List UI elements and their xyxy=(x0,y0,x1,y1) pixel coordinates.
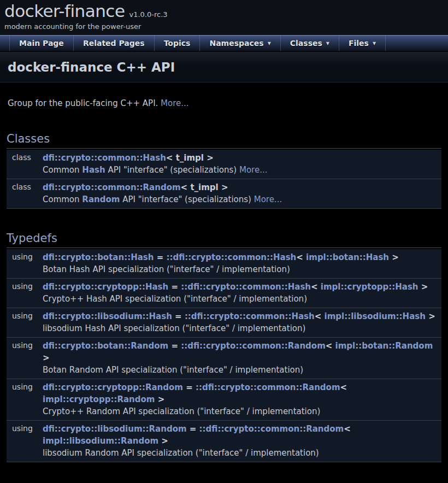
table-row: class dfi::crypto::common::Hash< t_impl … xyxy=(7,150,441,179)
table-row: using dfi::crypto::botan::Hash = ::dfi::… xyxy=(7,249,441,279)
typedef-impl-link[interactable]: impl::botan::Hash xyxy=(306,252,389,262)
table-row: using dfi::crypto::libsodium::Hash = ::d… xyxy=(7,308,441,338)
member-kind: using xyxy=(7,310,43,334)
more-link[interactable]: More... xyxy=(161,98,189,108)
member-name: dfi::crypto::libsodium::Hash = ::dfi::cr… xyxy=(43,310,441,322)
typedef-impl-link[interactable]: impl::libsodium::Hash xyxy=(325,311,426,321)
member-kind: using xyxy=(7,281,43,305)
member-kind: using xyxy=(7,340,43,376)
member-description: Common Random API "interface" (specializ… xyxy=(43,193,441,205)
typedef-target-link[interactable]: ::dfi::crypto::common::Hash xyxy=(185,311,315,321)
class-desc-link[interactable]: Random xyxy=(82,195,120,204)
more-link[interactable]: More... xyxy=(254,195,282,204)
page-header: docker-financev1.0.0-rc.3 modern account… xyxy=(0,0,448,52)
table-row: using dfi::crypto::botan::Random = ::dfi… xyxy=(7,338,441,379)
class-link[interactable]: dfi::crypto::common::Random xyxy=(43,182,181,192)
group-summary: Group for the public-facing C++ API. Mor… xyxy=(8,97,440,109)
typedef-link[interactable]: dfi::crypto::cryptopp::Random xyxy=(43,382,183,392)
typedef-target-link[interactable]: ::dfi::crypto::common::Random xyxy=(196,382,340,392)
nav-tab-files[interactable]: Files▼ xyxy=(339,35,386,51)
classes-heading: Classes xyxy=(7,132,441,149)
typedef-impl-link[interactable]: impl::libsodium::Random xyxy=(43,436,158,446)
typedef-link[interactable]: dfi::crypto::botan::Random xyxy=(43,341,168,351)
nav-tab-classes[interactable]: Classes▼ xyxy=(281,35,339,51)
member-kind: using xyxy=(7,423,43,459)
classes-table: class dfi::crypto::common::Hash< t_impl … xyxy=(7,150,441,209)
typedef-target-link[interactable]: ::dfi::crypto::common::Hash xyxy=(181,282,311,292)
member-description: libsodium Random API specialization ("in… xyxy=(43,447,441,459)
table-row: using dfi::crypto::libsodium::Random = :… xyxy=(7,421,441,462)
member-name: dfi::crypto::libsodium::Random = ::dfi::… xyxy=(43,423,441,447)
member-name: dfi::crypto::common::Hash< t_impl > xyxy=(43,152,441,164)
typedef-impl-link[interactable]: impl::cryptopp::Random xyxy=(43,394,155,404)
project-brief: modern accounting for the power-user xyxy=(4,22,448,31)
member-kind: using xyxy=(7,251,43,275)
more-link[interactable]: More... xyxy=(239,165,268,175)
title-area: docker-financev1.0.0-rc.3 modern account… xyxy=(0,0,448,34)
typedef-impl-link[interactable]: impl::botan::Random xyxy=(335,341,433,351)
member-description: Crypto++ Random API specialization ("int… xyxy=(43,405,441,417)
typedefs-heading: Typedefs xyxy=(7,232,441,248)
typedef-impl-link[interactable]: impl::cryptopp::Hash xyxy=(321,282,418,292)
typedef-link[interactable]: dfi::crypto::cryptopp::Hash xyxy=(43,282,168,292)
class-desc-link[interactable]: Hash xyxy=(82,165,105,175)
member-kind: class xyxy=(7,152,43,176)
member-name: dfi::crypto::common::Random< t_impl > xyxy=(43,181,441,193)
table-row: using dfi::crypto::cryptopp::Hash = ::df… xyxy=(7,279,441,308)
chevron-down-icon: ▼ xyxy=(268,41,271,46)
typedef-target-link[interactable]: ::dfi::crypto::common::Random xyxy=(199,424,344,434)
member-name: dfi::crypto::botan::Random = ::dfi::cryp… xyxy=(43,340,441,364)
typedef-target-link[interactable]: ::dfi::crypto::common::Random xyxy=(181,341,326,351)
typedef-link[interactable]: dfi::crypto::botan::Hash xyxy=(43,252,154,262)
project-version: v1.0.0-rc.3 xyxy=(129,10,168,19)
page-title: docker-finance C++ API xyxy=(8,60,175,74)
typedefs-table: using dfi::crypto::botan::Hash = ::dfi::… xyxy=(7,249,441,462)
main-nav: Main Page Related Pages Topics Namespace… xyxy=(0,34,448,52)
member-name: dfi::crypto::botan::Hash = ::dfi::crypto… xyxy=(43,251,441,263)
typedef-link[interactable]: dfi::crypto::libsodium::Random xyxy=(43,424,187,434)
page-contents: Group for the public-facing C++ API. Mor… xyxy=(0,97,448,483)
nav-tab-main-page[interactable]: Main Page xyxy=(9,35,74,51)
member-kind: class xyxy=(7,181,43,205)
class-link[interactable]: dfi::crypto::common::Hash xyxy=(43,153,166,163)
member-description: libsodium Hash API specialization ("inte… xyxy=(43,322,441,334)
project-name: docker-finance xyxy=(4,1,125,21)
summary-text: Group for the public-facing C++ API. xyxy=(8,98,158,108)
member-description: Common Hash API "interface" (specializat… xyxy=(43,164,441,176)
chevron-down-icon: ▼ xyxy=(326,41,329,46)
nav-tab-namespaces[interactable]: Namespaces▼ xyxy=(200,35,280,51)
member-description: Botan Random API specialization ("interf… xyxy=(43,364,441,376)
nav-tab-related-pages[interactable]: Related Pages xyxy=(74,35,155,51)
chevron-down-icon: ▼ xyxy=(373,41,376,46)
typedef-target-link[interactable]: ::dfi::crypto::common::Hash xyxy=(166,252,296,262)
table-row: using dfi::crypto::cryptopp::Random = ::… xyxy=(7,379,441,421)
member-description: Botan Hash API specialization ("interfac… xyxy=(43,263,441,275)
member-name: dfi::crypto::cryptopp::Hash = ::dfi::cry… xyxy=(43,281,441,293)
member-name: dfi::crypto::cryptopp::Random = ::dfi::c… xyxy=(43,381,441,405)
nav-tab-topics[interactable]: Topics xyxy=(155,35,201,51)
table-row: class dfi::crypto::common::Random< t_imp… xyxy=(7,179,441,209)
member-kind: using xyxy=(7,381,43,417)
page-title-bar: docker-finance C++ API xyxy=(0,52,448,83)
member-description: Crypto++ Hash API specialization ("inter… xyxy=(43,293,441,305)
typedef-link[interactable]: dfi::crypto::libsodium::Hash xyxy=(43,311,172,321)
